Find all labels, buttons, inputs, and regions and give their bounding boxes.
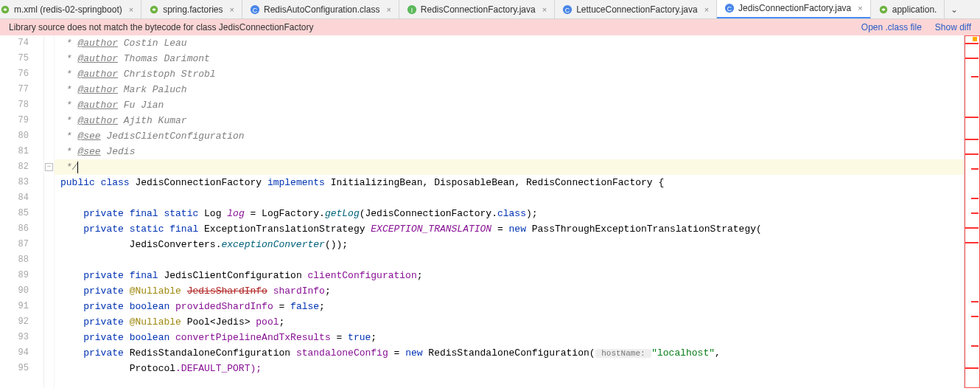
tab-pom-xml[interactable]: m.xml (redis-02-springboot) ×: [0, 0, 141, 19]
tab-lettuce-connection-factory[interactable]: C LettuceConnectionFactory.java ×: [555, 0, 717, 19]
tab-application[interactable]: application.: [871, 0, 945, 19]
chevron-down-icon: ⌄: [951, 4, 958, 15]
tab-label: LettuceConnectionFactory.java: [576, 4, 698, 15]
error-marker[interactable]: [965, 139, 979, 140]
code-line: private final JedisClientConfiguration c…: [55, 268, 964, 283]
code-line: public class JedisConnectionFactory impl…: [55, 175, 964, 190]
show-diff-link[interactable]: Show diff: [935, 22, 971, 32]
line-number: 88: [0, 252, 43, 268]
error-marker[interactable]: [971, 198, 979, 199]
tab-jedis-connection-factory[interactable]: C JedisConnectionFactory.java ×: [717, 0, 871, 19]
tab-close-icon[interactable]: ×: [701, 5, 709, 14]
class-icon: C: [250, 4, 260, 15]
tab-label: m.xml (redis-02-springboot): [14, 4, 122, 15]
line-number: 84: [0, 190, 43, 206]
line-number: 93: [0, 330, 43, 345]
code-line: * @see JedisClientConfiguration: [55, 128, 964, 144]
line-number: 95: [0, 361, 43, 376]
line-number: 83: [0, 175, 43, 190]
line-number: 76: [0, 66, 43, 82]
error-marker[interactable]: [965, 227, 979, 229]
svg-text:C: C: [565, 6, 570, 13]
tab-label: JedisConnectionFactory.java: [738, 3, 851, 13]
error-marker[interactable]: [971, 316, 979, 317]
code-line: private @Nullable JedisShardInfo shardIn…: [55, 283, 964, 299]
error-marker[interactable]: [971, 168, 979, 170]
line-number: 90: [0, 283, 43, 299]
line-number: 75: [0, 51, 43, 66]
code-line: private boolean providedShardInfo = fals…: [55, 299, 964, 314]
interface-icon: I: [407, 4, 417, 15]
tab-close-icon[interactable]: ×: [383, 5, 391, 14]
banner-actions: Open .class file Show diff: [861, 22, 971, 32]
text-caret: [77, 162, 78, 173]
code-line: * @see Jedis: [55, 144, 964, 159]
line-number: 94: [0, 345, 43, 361]
class-icon: C: [724, 3, 735, 13]
code-line: */: [55, 159, 964, 175]
spring-icon: [0, 4, 10, 15]
tab-spring-factories[interactable]: spring.factories ×: [141, 0, 242, 19]
code-line: * @author Ajith Kumar: [55, 113, 964, 128]
analysis-status-icon: [973, 37, 977, 41]
class-icon: C: [562, 4, 573, 15]
error-marker[interactable]: [971, 345, 979, 347]
editor-tabs: m.xml (redis-02-springboot) × spring.fac…: [0, 0, 980, 19]
fold-toggle-icon[interactable]: −: [45, 163, 53, 171]
code-line: * @author Thomas Darimont: [55, 51, 964, 66]
code-line: Protocol.DEFAULT_PORT);: [55, 361, 964, 376]
line-number: 82: [0, 159, 43, 175]
error-marker[interactable]: [971, 76, 979, 77]
fold-gutter[interactable]: −: [44, 35, 55, 388]
tab-close-icon[interactable]: ×: [539, 5, 547, 14]
code-area[interactable]: * @author Costin Leau * @author Thomas D…: [55, 35, 964, 388]
tab-label: application.: [892, 4, 937, 15]
code-line: * @author Christoph Strobl: [55, 66, 964, 82]
error-marker[interactable]: [965, 58, 979, 59]
tab-close-icon[interactable]: ×: [227, 5, 234, 14]
tab-label: RedisConnectionFactory.java: [421, 4, 536, 15]
banner-message: Library source does not match the byteco…: [9, 22, 314, 32]
tab-close-icon[interactable]: ×: [126, 5, 133, 14]
tab-label: spring.factories: [163, 4, 223, 15]
line-number: 87: [0, 237, 43, 252]
code-line: * @author Costin Leau: [55, 35, 964, 51]
source-mismatch-banner: Library source does not match the byteco…: [0, 19, 980, 35]
error-marker[interactable]: [965, 242, 979, 243]
error-marker[interactable]: [965, 43, 979, 44]
line-number: 92: [0, 314, 43, 330]
editor-area: 7475767778798081828384858687888990919293…: [0, 35, 980, 388]
code-line: * @author Mark Paluch: [55, 82, 964, 97]
line-number: 85: [0, 206, 43, 221]
code-line: [55, 252, 964, 268]
line-number: 91: [0, 299, 43, 314]
tab-redis-auto-configuration[interactable]: C RedisAutoConfiguration.class ×: [242, 0, 399, 19]
error-marker[interactable]: [965, 153, 979, 155]
code-line: * @author Fu Jian: [55, 97, 964, 113]
error-marker[interactable]: [971, 301, 979, 302]
line-number: 78: [0, 97, 43, 113]
error-marker[interactable]: [965, 117, 979, 118]
svg-text:I: I: [411, 6, 413, 13]
code-line: private RedisStandaloneConfiguration sta…: [55, 345, 964, 361]
svg-text:C: C: [253, 6, 257, 13]
code-line: JedisConverters.exceptionConverter());: [55, 237, 964, 252]
error-stripe[interactable]: [964, 35, 980, 388]
tab-close-icon[interactable]: ×: [855, 4, 862, 13]
code-line: [55, 190, 964, 206]
line-number: 77: [0, 82, 43, 97]
line-number: 79: [0, 113, 43, 128]
tab-redis-connection-factory[interactable]: I RedisConnectionFactory.java ×: [399, 0, 555, 19]
line-number: 74: [0, 35, 43, 51]
tab-label: RedisAutoConfiguration.class: [264, 4, 379, 15]
tabs-more-button[interactable]: ⌄: [945, 4, 964, 15]
line-number: 80: [0, 128, 43, 144]
error-marker[interactable]: [971, 212, 979, 214]
spring-icon: [878, 4, 889, 15]
code-line: private static final ExceptionTranslatio…: [55, 221, 964, 237]
line-number-gutter[interactable]: 7475767778798081828384858687888990919293…: [0, 35, 44, 388]
open-class-file-link[interactable]: Open .class file: [861, 22, 922, 32]
svg-text:C: C: [727, 5, 732, 13]
error-marker[interactable]: [965, 367, 979, 369]
code-line: private boolean convertPipelineAndTxResu…: [55, 330, 964, 345]
